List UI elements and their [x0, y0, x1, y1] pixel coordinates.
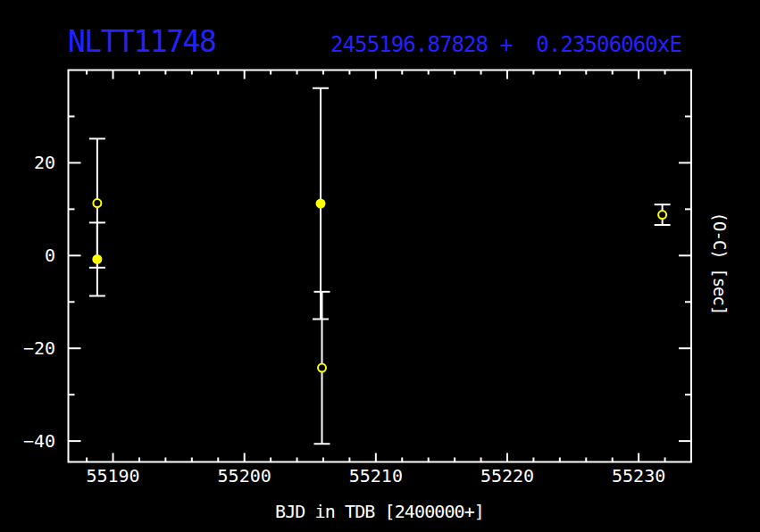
data-point-open-circle [318, 364, 326, 372]
x-tick-label: 55190 [73, 466, 154, 486]
y-tick-label: 20 [0, 153, 55, 172]
plot-border [69, 71, 692, 462]
y-tick-label: 0 [0, 245, 55, 265]
y-tick-label: −40 [0, 431, 55, 451]
x-tick-label: 55210 [336, 466, 416, 486]
y-tick-label: −20 [0, 338, 55, 358]
data-point-open-circle [658, 211, 666, 219]
x-tick-label: 55230 [598, 466, 679, 486]
data-point-filled-circle [92, 254, 102, 264]
y-axis-label: (O-C) [sec] [711, 212, 728, 315]
data-point-open-circle [93, 199, 101, 207]
data-point-filled-circle [316, 199, 326, 209]
x-tick-label: 55200 [205, 466, 285, 486]
plot-container: NLTT11748 2455196.87828 + 0.23506060xE B… [0, 0, 760, 532]
x-axis-label: BJD in TDB [2400000+] [201, 501, 558, 522]
plot-frame [0, 0, 760, 532]
x-tick-label: 55220 [467, 466, 547, 486]
